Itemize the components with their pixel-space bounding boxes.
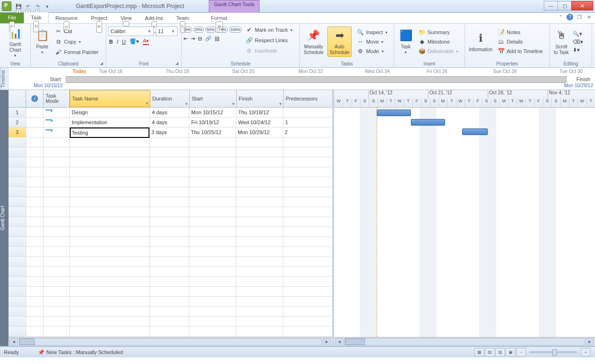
table-row[interactable]: 2Implementation4 daysFri 10/19/12Wed 10/… bbox=[9, 118, 332, 127]
pct-100-button[interactable]: 100% bbox=[229, 27, 242, 33]
cell[interactable]: Thu 10/25/12 bbox=[189, 127, 236, 137]
cell[interactable]: Design bbox=[70, 108, 150, 117]
view-sheet-button[interactable]: ▣ bbox=[506, 348, 515, 356]
timeline-vtab[interactable]: Timeline bbox=[0, 68, 9, 90]
cell[interactable]: Wed 10/24/12 bbox=[236, 118, 283, 127]
cell[interactable] bbox=[26, 118, 44, 127]
cell[interactable]: Mon 10/29/12 bbox=[236, 127, 283, 137]
information-button[interactable]: ℹInformation bbox=[467, 30, 494, 54]
manually-schedule-button[interactable]: 📌Manually Schedule bbox=[302, 27, 325, 56]
fill-color-button[interactable]: 🪣▾ bbox=[130, 38, 139, 45]
table-row[interactable]: 1Design4 daysMon 10/15/12Thu 10/18/12 bbox=[9, 108, 332, 118]
chart-scroll-right-button[interactable]: ► bbox=[586, 338, 594, 346]
zoom-in-button[interactable]: ＋ bbox=[581, 348, 590, 356]
timeline-bar[interactable] bbox=[66, 76, 567, 83]
notes-button[interactable]: 📝Notes bbox=[496, 28, 544, 36]
table-row[interactable] bbox=[9, 227, 332, 237]
col-finish[interactable]: Finish▼ bbox=[237, 90, 284, 107]
chart-scroll-thumb[interactable] bbox=[345, 338, 365, 345]
table-row[interactable] bbox=[9, 167, 332, 177]
view-gantt-button[interactable]: ▦ bbox=[474, 348, 484, 356]
timescale-header[interactable]: Oct 14, '12Oct 21, '12Oct 28, '12Nov 4, … bbox=[334, 90, 595, 108]
cell[interactable]: 4 days bbox=[150, 108, 189, 117]
add-to-timeline-button[interactable]: 📅Add to Timeline bbox=[496, 47, 544, 55]
chart-scroll-left-button[interactable]: ◄ bbox=[335, 338, 344, 346]
mark-on-track-button[interactable]: ✔Mark on Track▼ bbox=[244, 26, 294, 34]
pct-25-button[interactable]: 25% bbox=[194, 27, 204, 33]
col-duration[interactable]: Duration▼ bbox=[150, 90, 190, 107]
table-row[interactable]: 3Testing3 daysThu 10/25/12Mon 10/29/122 bbox=[9, 127, 332, 137]
respect-links-button[interactable]: 🔗Respect Links bbox=[244, 36, 294, 45]
table-row[interactable] bbox=[9, 217, 332, 227]
table-row[interactable] bbox=[9, 237, 332, 247]
summary-button[interactable]: 📁Summary bbox=[417, 28, 460, 36]
bold-button[interactable]: B bbox=[109, 39, 113, 45]
scroll-right-button[interactable]: ► bbox=[323, 338, 331, 346]
table-row[interactable] bbox=[9, 247, 332, 257]
scroll-left-button[interactable]: ◄ bbox=[9, 338, 18, 346]
tab-addins[interactable]: Add-InsX bbox=[139, 13, 170, 23]
clear-button[interactable]: ⌫▾ bbox=[573, 39, 583, 45]
gantt-bar[interactable] bbox=[462, 128, 488, 135]
table-row[interactable] bbox=[9, 267, 332, 277]
unlink-button[interactable]: ⛓ bbox=[214, 36, 220, 42]
outdent-button[interactable]: ⇤ bbox=[184, 36, 188, 42]
tab-resource[interactable]: ResourceU bbox=[49, 13, 84, 23]
cell[interactable]: Testing bbox=[70, 127, 149, 138]
gantt-bars-area[interactable] bbox=[334, 108, 595, 337]
inactivate-button[interactable]: ⊘Inactivate bbox=[244, 46, 294, 55]
insert-task-button[interactable]: 🟦Task▼ bbox=[396, 27, 415, 56]
tab-format[interactable]: FormatJF bbox=[204, 13, 234, 23]
tab-file[interactable]: FileF bbox=[0, 13, 24, 23]
ribbon-minimize-icon[interactable]: ⌃ bbox=[557, 14, 564, 20]
cell[interactable]: Mon 10/15/12 bbox=[189, 108, 236, 117]
underline-button[interactable]: U bbox=[122, 39, 126, 45]
col-mode[interactable]: Task Mode bbox=[44, 90, 70, 107]
table-row[interactable] bbox=[9, 177, 332, 187]
table-row[interactable] bbox=[9, 257, 332, 267]
cell[interactable] bbox=[44, 108, 70, 117]
doc-close-icon[interactable]: ✕ bbox=[586, 14, 592, 20]
indent-button[interactable]: ⇥ bbox=[191, 36, 195, 42]
table-row[interactable] bbox=[9, 207, 332, 217]
milestone-button[interactable]: ◆Milestone bbox=[417, 37, 460, 46]
table-row[interactable] bbox=[9, 317, 332, 327]
help-icon[interactable]: ? bbox=[567, 14, 573, 20]
doc-restore-icon[interactable]: ❐ bbox=[576, 14, 583, 20]
view-team-button[interactable]: ▥ bbox=[495, 348, 505, 356]
zoom-slider[interactable] bbox=[530, 351, 577, 353]
move-button[interactable]: ↔Move▼ bbox=[355, 37, 389, 46]
cell[interactable] bbox=[26, 127, 44, 137]
table-row[interactable] bbox=[9, 297, 332, 307]
cell[interactable]: 3 days bbox=[149, 127, 189, 137]
qat-undo-button[interactable]: ↶2 bbox=[24, 2, 32, 10]
cell[interactable]: 3 bbox=[9, 127, 26, 137]
minimize-button[interactable]: — bbox=[544, 1, 558, 10]
copy-button[interactable]: ⧉Copy▼ bbox=[54, 37, 100, 46]
table-row[interactable] bbox=[9, 157, 332, 167]
cell[interactable] bbox=[44, 118, 70, 127]
gantt-bar[interactable] bbox=[411, 119, 445, 126]
table-row[interactable] bbox=[9, 287, 332, 297]
timeline-body[interactable]: Today Tue Oct 16 Thu Oct 18 Sat Oct 20 M… bbox=[9, 68, 595, 90]
pct-50-button[interactable]: 50% bbox=[205, 27, 216, 33]
deliverable-button[interactable]: 📦Deliverable▼ bbox=[417, 47, 460, 55]
table-row[interactable] bbox=[9, 277, 332, 287]
zoom-out-button[interactable]: − bbox=[516, 348, 526, 356]
format-painter-button[interactable]: 🖌Format Painter bbox=[54, 48, 100, 56]
cell[interactable]: 2 bbox=[9, 118, 26, 127]
table-row[interactable] bbox=[9, 147, 332, 157]
table-row[interactable] bbox=[9, 327, 332, 337]
italic-button[interactable]: I bbox=[117, 39, 118, 45]
qat-redo-button[interactable]: ↷3 bbox=[33, 2, 42, 10]
scroll-to-task-button[interactable]: 🖱Scroll to Task bbox=[552, 27, 571, 56]
chart-hscrollbar[interactable]: ◄ ► bbox=[334, 337, 595, 346]
pct-0-button[interactable]: 0% bbox=[184, 27, 192, 33]
pct-75-button[interactable]: 75% bbox=[217, 27, 228, 33]
auto-schedule-button[interactable]: ➡Auto Schedule bbox=[327, 27, 352, 57]
tab-project[interactable]: ProjectR bbox=[84, 13, 114, 23]
col-rownum[interactable] bbox=[9, 90, 26, 107]
details-button[interactable]: 🗂Details bbox=[496, 37, 544, 46]
chart-scroll-track[interactable] bbox=[344, 338, 585, 346]
table-row[interactable] bbox=[9, 307, 332, 317]
